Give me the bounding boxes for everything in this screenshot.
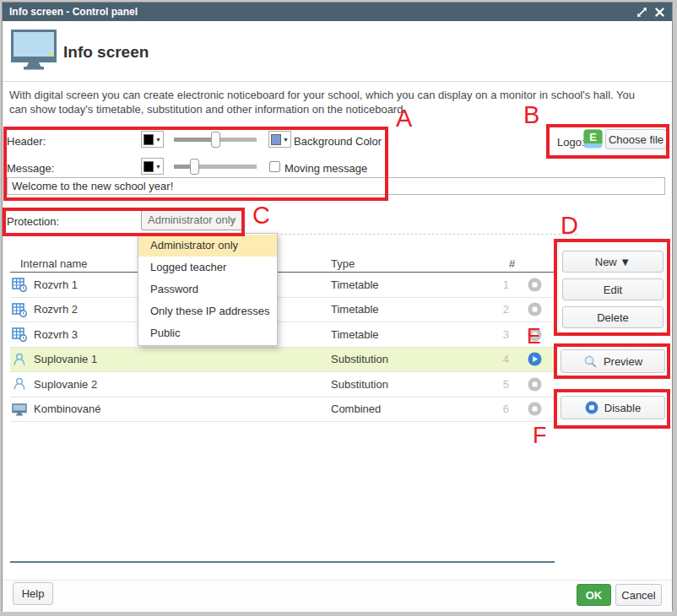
magnifier-icon <box>583 354 598 369</box>
header-divider <box>3 81 672 82</box>
resize-icon[interactable] <box>636 7 647 18</box>
screen-number: 5 <box>479 378 509 391</box>
info-screen-dialog: Info screen - Control panel Info screen … <box>2 2 673 611</box>
screen-number: 4 <box>479 353 509 365</box>
table-row[interactable]: Rozvrh 3Timetable3 <box>10 322 555 348</box>
stop-circle-icon <box>585 401 598 414</box>
timetable-icon <box>12 327 29 342</box>
table-bottom-border <box>10 561 555 563</box>
screen-type: Timetable <box>331 328 379 341</box>
screen-name: Rozvrh 1 <box>34 278 78 291</box>
table-row[interactable]: KombinovanéCombined6 <box>10 397 555 423</box>
section-divider <box>7 234 577 235</box>
stop-status-icon[interactable] <box>528 302 542 316</box>
stop-status-icon[interactable] <box>528 278 542 292</box>
disable-button[interactable]: Disable <box>561 396 665 419</box>
table-row[interactable]: Suplovanie 2Substitution5 <box>10 372 555 397</box>
stop-status-icon[interactable] <box>528 377 542 392</box>
substitution-icon <box>12 352 29 367</box>
preview-label: Preview <box>604 355 642 368</box>
footer <box>3 580 672 612</box>
info-screen-icon <box>11 30 57 70</box>
stop-status-icon[interactable] <box>528 402 542 416</box>
header-color-swatch <box>144 134 154 145</box>
help-button[interactable]: Help <box>13 582 53 605</box>
moving-message-checkbox[interactable] <box>269 161 280 172</box>
screen-type: Combined <box>331 403 381 415</box>
screen-name: Kombinované <box>34 403 101 415</box>
play-status-icon[interactable] <box>528 352 542 366</box>
message-label: Message: <box>7 162 54 175</box>
stop-status-icon[interactable] <box>528 327 542 342</box>
header-size-slider[interactable] <box>174 132 257 148</box>
screen-name: Suplovanie 1 <box>34 353 97 365</box>
disable-label: Disable <box>604 402 641 414</box>
screen-name: Rozvrh 3 <box>34 328 78 341</box>
timetable-icon <box>12 277 29 292</box>
logo-label: Logo: <box>557 136 585 149</box>
background-color-label: Background Color <box>294 135 382 148</box>
dialog-titlebar: Info screen - Control panel <box>3 3 672 21</box>
annotation-letter-f: F <box>533 424 547 447</box>
table-row[interactable]: Rozvrh 2Timetable2 <box>10 298 555 323</box>
new-button[interactable]: New ▼ <box>562 251 663 273</box>
preview-button[interactable]: Preview <box>561 349 665 373</box>
page-title: Info screen <box>63 43 149 62</box>
protection-option[interactable]: Logged teacher <box>138 257 277 278</box>
screen-number: 1 <box>479 278 509 291</box>
background-color-picker[interactable]: ▼ <box>268 131 291 148</box>
background-color-swatch <box>271 134 281 145</box>
chevron-down-icon: ▼ <box>283 137 289 143</box>
header-color-picker[interactable]: ▼ <box>141 131 164 148</box>
chevron-down-icon: ▼ <box>230 212 237 230</box>
edupage-logo-icon: E <box>583 129 603 149</box>
dialog-title: Info screen - Control panel <box>9 3 138 21</box>
screen-number: 3 <box>479 328 509 341</box>
ok-button[interactable]: OK <box>577 584 611 606</box>
column-header-type[interactable]: Type <box>331 257 355 270</box>
table-row[interactable]: Suplovanie 1Substitution4 <box>10 348 555 373</box>
chevron-down-icon: ▼ <box>155 164 161 170</box>
slider-handle[interactable] <box>190 159 199 175</box>
protection-option[interactable]: Public <box>138 322 277 344</box>
screen-name: Suplovanie 2 <box>34 378 97 391</box>
message-input[interactable] <box>7 177 665 195</box>
timetable-icon <box>12 302 29 317</box>
cancel-button[interactable]: Cancel <box>615 584 662 606</box>
screen-number: 6 <box>479 403 509 415</box>
slider-track <box>174 165 257 169</box>
table-row[interactable]: Rozvrh 1Timetable1 <box>10 273 555 298</box>
protection-option[interactable]: Only these IP addresses <box>138 300 277 322</box>
protection-select[interactable]: Administrator only ▼ <box>141 210 243 230</box>
moving-message-label: Moving message <box>284 162 367 175</box>
svg-text:E: E <box>589 131 597 143</box>
combined-icon <box>12 402 29 417</box>
close-icon[interactable] <box>655 8 664 17</box>
protection-label: Protection: <box>7 215 59 228</box>
screen-type: Timetable <box>331 303 379 316</box>
protection-selected-value: Administrator only <box>148 213 236 226</box>
protection-dropdown: Administrator onlyLogged teacherPassword… <box>138 233 278 346</box>
screen-name: Rozvrh 2 <box>34 303 78 316</box>
screen-number: 2 <box>479 303 509 316</box>
description-text: With digital screen you can create elect… <box>9 88 655 116</box>
screen-type: Timetable <box>331 278 379 291</box>
message-color-picker[interactable]: ▼ <box>141 158 164 175</box>
protection-option[interactable]: Password <box>138 278 277 300</box>
screen-type: Substitution <box>331 353 388 365</box>
header-label: Header: <box>7 135 46 148</box>
message-size-slider[interactable] <box>174 159 257 175</box>
choose-file-button[interactable]: Choose file <box>605 129 667 149</box>
chevron-down-icon: ▼ <box>155 137 161 143</box>
screen-type: Substitution <box>331 378 388 391</box>
message-color-swatch <box>144 161 154 172</box>
column-header-number[interactable]: # <box>509 257 515 270</box>
edit-button[interactable]: Edit <box>562 278 663 300</box>
protection-option[interactable]: Administrator only <box>138 235 277 257</box>
column-header-internal-name[interactable]: Internal name <box>20 257 88 270</box>
slider-handle[interactable] <box>211 132 220 148</box>
annotation-letter-c: C <box>252 203 270 228</box>
screen-table-body: Rozvrh 1Timetable1Rozvrh 2Timetable2Rozv… <box>10 273 555 422</box>
delete-button[interactable]: Delete <box>562 306 663 328</box>
substitution-icon <box>12 376 29 392</box>
